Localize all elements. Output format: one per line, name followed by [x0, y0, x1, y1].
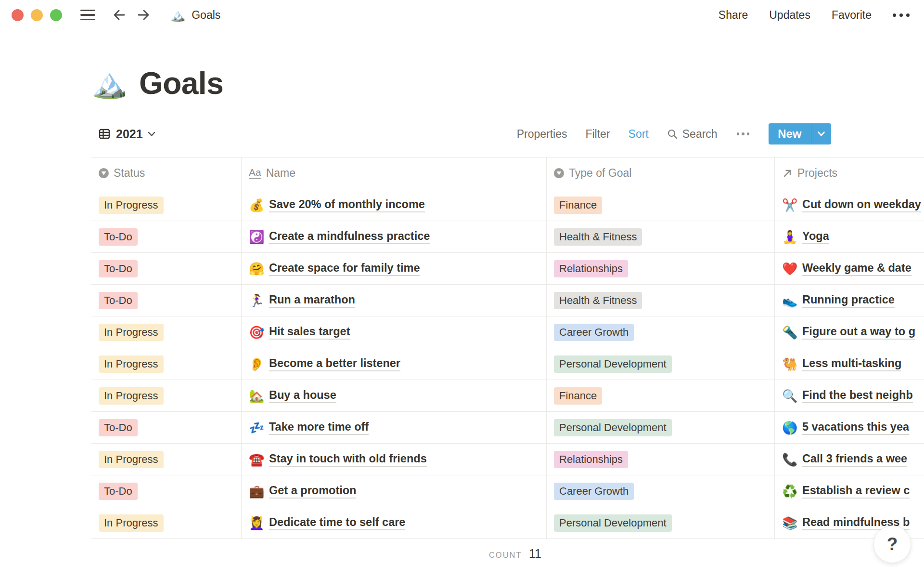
projects-cell[interactable]: 🔦 Figure out a way to g [775, 316, 924, 348]
goal-page-link[interactable]: Get a promotion [269, 484, 356, 499]
type-of-goal-cell[interactable]: Relationships [547, 253, 775, 285]
name-cell[interactable]: 💆‍♀️ Dedicate time to self care [242, 507, 547, 539]
count-aggregate[interactable]: COUNT 11 [242, 539, 547, 561]
projects-cell[interactable]: ❤️ Weekly game & date [775, 253, 924, 285]
type-of-goal-cell[interactable]: Health & Fitness [547, 221, 775, 253]
projects-cell[interactable]: 🔍 Find the best neighb [775, 380, 924, 412]
name-cell[interactable]: 💰 Save 20% of monthly income [242, 189, 547, 221]
zoom-window-button[interactable] [50, 9, 62, 21]
sort-button[interactable]: Sort [629, 128, 649, 141]
goal-page-link[interactable]: Create a mindfulness practice [269, 230, 430, 244]
name-cell[interactable]: 🤗 Create space for family time [242, 253, 547, 285]
goal-page-link[interactable]: Create space for family time [269, 262, 420, 276]
column-header-name[interactable]: Aa Name [242, 158, 547, 189]
type-of-goal-cell[interactable]: Career Growth [547, 316, 775, 348]
minimize-window-button[interactable] [31, 9, 43, 21]
name-cell[interactable]: 💤 Take more time off [242, 412, 547, 444]
goal-page-link[interactable]: Stay in touch with old friends [269, 452, 427, 467]
project-page-link[interactable]: Cut down on weekday [802, 198, 921, 212]
type-badge: Relationships [554, 451, 628, 468]
column-header-status[interactable]: Status [91, 158, 242, 189]
new-record-button[interactable]: New [769, 123, 831, 144]
goal-page-link[interactable]: Save 20% of monthly income [269, 198, 425, 212]
project-emoji-icon: 🧘‍♀️ [782, 231, 798, 243]
page-emoji-icon[interactable]: 🏔️ [91, 69, 128, 98]
column-header-type-of-goal[interactable]: Type of Goal [547, 158, 775, 189]
new-button-label[interactable]: New [769, 123, 810, 144]
share-button[interactable]: Share [719, 9, 748, 22]
updates-button[interactable]: Updates [769, 9, 810, 22]
name-cell[interactable]: 🎯 Hit sales target [242, 316, 547, 348]
status-cell[interactable]: In Progress [91, 316, 242, 348]
type-of-goal-cell[interactable]: Finance [547, 189, 775, 221]
project-page-link[interactable]: Call 3 friends a wee [802, 452, 907, 467]
project-emoji-icon: 🔦 [782, 326, 798, 339]
status-cell[interactable]: To-Do [91, 221, 242, 253]
view-switcher[interactable]: 2021 [91, 127, 155, 141]
view-options-icon[interactable] [736, 132, 751, 135]
type-of-goal-cell[interactable]: Personal Development [547, 348, 775, 380]
goal-page-link[interactable]: Become a better listener [269, 357, 400, 371]
more-options-icon[interactable] [893, 13, 910, 17]
help-button[interactable]: ? [873, 525, 911, 563]
name-cell[interactable]: 🏡 Buy a house [242, 380, 547, 412]
project-page-link[interactable]: Running practice [802, 293, 895, 308]
goal-page-link[interactable]: Hit sales target [269, 325, 350, 340]
name-cell[interactable]: 🏃‍♀️ Run a marathon [242, 285, 547, 316]
status-cell[interactable]: In Progress [91, 348, 242, 380]
project-page-link[interactable]: Find the best neighb [802, 389, 913, 403]
column-header-projects[interactable]: Projects [775, 158, 924, 189]
type-of-goal-cell[interactable]: Personal Development [547, 507, 775, 539]
projects-cell[interactable]: ♻️ Establish a review c [775, 475, 924, 507]
projects-cell[interactable]: 👟 Running practice [775, 285, 924, 316]
type-of-goal-cell[interactable]: Finance [547, 380, 775, 412]
name-cell[interactable]: ☎️ Stay in touch with old friends [242, 444, 547, 475]
goal-page-link[interactable]: Take more time off [269, 420, 369, 435]
status-badge: To-Do [99, 292, 138, 309]
sidebar-menu-icon[interactable] [80, 10, 95, 21]
breadcrumb[interactable]: 🏔️ Goals [170, 9, 220, 22]
goal-page-link[interactable]: Dedicate time to self care [269, 516, 405, 530]
projects-cell[interactable]: 🧘‍♀️ Yoga [775, 221, 924, 253]
project-page-link[interactable]: Figure out a way to g [802, 325, 915, 340]
project-page-link[interactable]: 5 vacations this yea [802, 420, 909, 435]
status-cell[interactable]: In Progress [91, 380, 242, 412]
project-page-link[interactable]: Establish a review c [802, 484, 910, 499]
name-cell[interactable]: 💼 Get a promotion [242, 475, 547, 507]
status-cell[interactable]: To-Do [91, 475, 242, 507]
type-of-goal-cell[interactable]: Health & Fitness [547, 285, 775, 316]
status-badge: To-Do [99, 419, 138, 436]
project-page-link[interactable]: Yoga [802, 230, 829, 244]
projects-cell[interactable]: 🐫 Less multi-tasking [775, 348, 924, 380]
status-cell[interactable]: In Progress [91, 444, 242, 475]
goal-page-link[interactable]: Run a marathon [269, 293, 355, 308]
back-button[interactable] [112, 7, 127, 23]
forward-button[interactable] [136, 7, 151, 23]
page-title[interactable]: Goals [139, 66, 223, 101]
filter-button[interactable]: Filter [585, 128, 610, 141]
status-badge: In Progress [99, 451, 164, 468]
name-cell[interactable]: ☯️ Create a mindfulness practice [242, 221, 547, 253]
favorite-button[interactable]: Favorite [832, 9, 872, 22]
new-dropdown-button[interactable] [811, 123, 831, 144]
status-cell[interactable]: In Progress [91, 189, 242, 221]
search-control[interactable]: Search [667, 128, 718, 141]
status-cell[interactable]: To-Do [91, 253, 242, 285]
projects-cell[interactable]: 📞 Call 3 friends a wee [775, 444, 924, 475]
type-of-goal-cell[interactable]: Relationships [547, 444, 775, 475]
projects-cell[interactable]: 🌎 5 vacations this yea [775, 412, 924, 444]
type-of-goal-cell[interactable]: Personal Development [547, 412, 775, 444]
status-badge: In Progress [99, 355, 164, 373]
type-of-goal-cell[interactable]: Career Growth [547, 475, 775, 507]
status-cell[interactable]: To-Do [91, 412, 242, 444]
properties-button[interactable]: Properties [517, 128, 567, 141]
status-cell[interactable]: To-Do [91, 285, 242, 316]
status-cell[interactable]: In Progress [91, 507, 242, 539]
view-name: 2021 [116, 127, 143, 141]
projects-cell[interactable]: ✂️ Cut down on weekday [775, 189, 924, 221]
name-cell[interactable]: 👂 Become a better listener [242, 348, 547, 380]
project-page-link[interactable]: Weekly game & date [802, 262, 911, 276]
project-page-link[interactable]: Less multi-tasking [802, 357, 901, 371]
goal-page-link[interactable]: Buy a house [269, 389, 336, 403]
close-window-button[interactable] [12, 9, 24, 21]
